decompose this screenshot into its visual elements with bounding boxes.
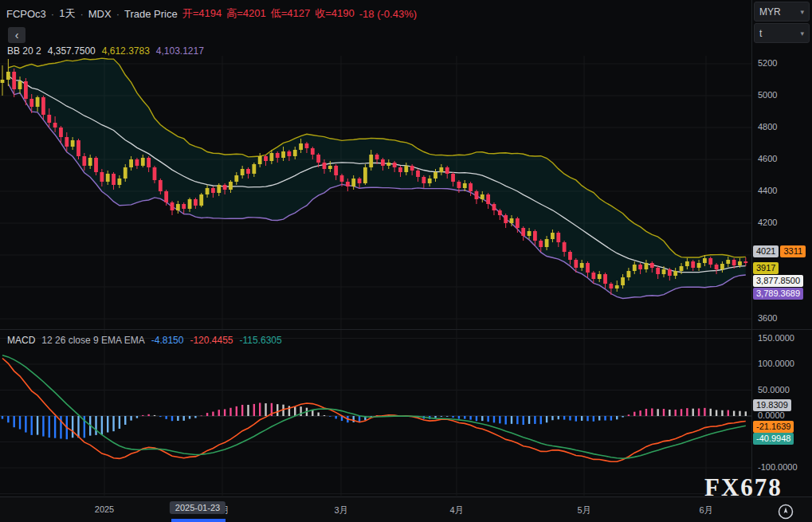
indicator-price-badge: 3917 (753, 262, 779, 274)
bb-legend-title: BB 20 2 (7, 45, 41, 57)
back-button[interactable]: ‹ (8, 27, 25, 43)
time-tick-label: 5月 (577, 504, 590, 516)
price-tick: 4400 (758, 186, 777, 195)
indicator-price-badge-row: 3,789.3689 (753, 288, 803, 300)
macd-line-value: -120.4455 (190, 335, 233, 346)
bb-basis-value: 4,357.7500 (48, 45, 96, 57)
macd-value-badge: -21.1639 (753, 421, 794, 433)
chart-canvas[interactable] (0, 0, 812, 522)
unit-dropdown[interactable]: t ▾ (754, 23, 810, 43)
macd-value-badge: -40.9948 (753, 433, 794, 445)
indicator-price-badge: 3,877.8500 (753, 275, 803, 287)
time-tick-label: 6月 (699, 504, 712, 516)
separator: · (51, 8, 54, 20)
currency-value: MYR (759, 6, 781, 18)
symbol-name[interactable]: FCPOc3 (6, 8, 46, 20)
compass-icon[interactable] (777, 503, 794, 522)
macd-indicator-legend[interactable]: MACD 12 26 close 9 EMA EMA -4.8150 -120.… (7, 335, 282, 346)
price-tick: 4200 (758, 218, 777, 227)
bb-lower-value: 4,103.1217 (156, 45, 204, 57)
last-price-row: 40213311 (753, 245, 806, 257)
macd-hist-value: -4.8150 (151, 335, 184, 346)
bb-indicator-legend[interactable]: BB 20 2 4,357.7500 4,612.3783 4,103.1217 (7, 45, 204, 57)
exchange-label[interactable]: MDX (88, 8, 112, 20)
price-axis[interactable]: 5200500048004600440042003600150.0000100.… (752, 0, 812, 496)
scroll-indicator[interactable] (171, 519, 226, 522)
high-value: 高=4201 (226, 6, 266, 21)
unit-value: t (759, 28, 762, 39)
bb-upper-value: 4,612.3783 (102, 45, 150, 57)
interval-label[interactable]: 1天 (59, 6, 75, 21)
macd-legend-params: 12 26 close 9 EMA EMA (41, 335, 144, 346)
price-tick: 4800 (758, 122, 777, 131)
time-tick-label: 2025 (95, 504, 114, 514)
macd-tick: 0.0000 (758, 410, 785, 420)
trading-chart-app: FCPOc3 · 1天 · MDX · Trade Price 开=4194 高… (0, 0, 812, 522)
low-value: 低=4127 (271, 6, 311, 21)
selected-date-badge: 2025-01-23 (170, 501, 226, 514)
countdown-badge: 3311 (780, 245, 806, 257)
currency-dropdown[interactable]: MYR ▾ (754, 2, 810, 22)
macd-tick: 150.0000 (758, 333, 794, 343)
open-value: 开=4194 (182, 6, 222, 21)
indicator-price-badge-row: 3,877.8500 (753, 275, 803, 287)
macd-tick: 50.0000 (758, 385, 790, 394)
price-tick: 4600 (758, 154, 777, 163)
macd-tick: -100.0000 (758, 462, 798, 472)
axis-settings-controls: MYR ▾ t ▾ (754, 2, 810, 45)
change-value: -18 (-0.43%) (359, 8, 417, 20)
last-price-badge: 4021 (753, 245, 779, 257)
indicator-price-badge: 3,789.3689 (753, 288, 803, 300)
time-axis[interactable]: 20252月3月4月5月6月2025-01-23 (0, 496, 812, 522)
macd-value-badge-row: 19.8309 (753, 399, 791, 411)
symbol-header: FCPOc3 · 1天 · MDX · Trade Price 开=4194 高… (6, 6, 417, 21)
macd-signal-value: -115.6305 (240, 335, 282, 346)
close-value: 收=4190 (315, 6, 355, 21)
price-tick: 5000 (758, 90, 777, 100)
macd-value-badge-row: -21.1639 (753, 421, 794, 433)
series-type-label: Trade Price (124, 8, 178, 20)
macd-legend-title: MACD (7, 335, 35, 346)
macd-value-badge-row: -40.9948 (753, 433, 794, 445)
separator: · (116, 8, 120, 20)
time-tick-label: 3月 (334, 504, 347, 516)
price-tick: 5200 (758, 58, 777, 68)
time-tick-label: 4月 (449, 504, 463, 516)
chevron-down-icon: ▾ (800, 29, 804, 37)
indicator-price-badge-row: 3917 (753, 262, 779, 274)
separator: · (80, 8, 83, 20)
back-arrow-icon: ‹ (15, 29, 19, 41)
chevron-down-icon: ▾ (800, 8, 804, 16)
macd-value-badge: 19.8309 (753, 399, 791, 411)
price-tick: 3600 (758, 313, 777, 323)
macd-tick: 100.0000 (758, 359, 794, 368)
